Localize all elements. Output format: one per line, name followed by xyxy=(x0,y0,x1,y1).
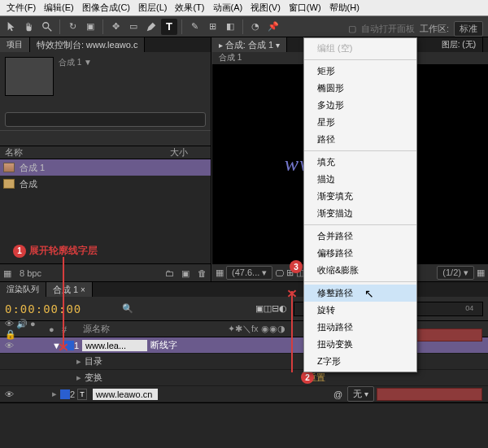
menu-effect[interactable]: 效果(T) xyxy=(172,0,207,15)
viewer-opt-2[interactable]: ⊞ xyxy=(286,267,294,278)
layer-index: 2 xyxy=(70,389,75,399)
tl-switch-2[interactable]: ◫ xyxy=(264,303,272,314)
search-input[interactable] xyxy=(5,112,206,127)
twirl-icon[interactable]: ▸ xyxy=(76,372,81,383)
current-timecode[interactable]: 0:00:00:00 xyxy=(5,302,81,315)
ctx-gradstroke[interactable]: 渐变描边 xyxy=(304,205,416,222)
color-chip[interactable] xyxy=(60,389,70,399)
menu-edit[interactable]: 编辑(E) xyxy=(41,0,77,15)
ctx-ellipse[interactable]: 椭圆形 xyxy=(304,80,416,97)
composition-icon xyxy=(3,163,15,172)
layer-tab[interactable]: 图层: (无) xyxy=(435,37,483,52)
ctx-twist[interactable]: 旋转 xyxy=(304,302,416,319)
layer-clip[interactable] xyxy=(377,388,482,401)
camera-tool[interactable]: ▣ xyxy=(82,19,98,35)
visibility-toggle[interactable]: 👁 xyxy=(5,389,14,399)
ctx-star[interactable]: 星形 xyxy=(304,114,416,131)
source-name-header[interactable]: 源名称 xyxy=(80,323,228,335)
zoom-dropdown[interactable]: (47.6... ▾ xyxy=(226,266,272,280)
puppet-tool[interactable]: 📌 xyxy=(265,19,281,35)
bpc-toggle[interactable]: 8 bpc xyxy=(20,268,41,278)
menu-view[interactable]: 视图(V) xyxy=(247,0,284,15)
workspace-dropdown[interactable]: 标准 xyxy=(454,21,483,37)
hand-tool[interactable] xyxy=(21,19,37,35)
ctx-polygon[interactable]: 多边形 xyxy=(304,97,416,114)
ctx-gradfill[interactable]: 渐变填充 xyxy=(304,188,416,205)
col-name[interactable]: 名称 xyxy=(0,146,170,159)
tl-switch-4[interactable]: ◐ xyxy=(279,303,287,314)
annotation-arrow-2 xyxy=(291,291,293,372)
ctx-pucker[interactable]: 收缩&膨胀 xyxy=(304,262,416,279)
viewer-opt-4[interactable]: ▦ xyxy=(477,267,485,278)
menu-file[interactable]: 文件(F) xyxy=(3,0,39,15)
reset-link[interactable]: 重置 xyxy=(307,372,325,384)
svg-point-0 xyxy=(43,22,49,28)
menu-bar: 文件(F) 编辑(E) 图像合成(C) 图层(L) 效果(T) 动画(A) 视图… xyxy=(0,0,488,16)
project-item-label: 合成 xyxy=(20,178,37,190)
layer-name-field[interactable]: www.lea... xyxy=(82,340,147,351)
layer-name-field[interactable]: www.leawo.cn xyxy=(93,389,158,400)
ctx-wiggle-path[interactable]: 扭动路径 xyxy=(304,319,416,336)
resolution-dropdown[interactable]: (1/2) ▾ xyxy=(437,266,474,280)
anchor-tool[interactable]: ✥ xyxy=(107,19,124,35)
tl-switch-3[interactable]: ⊟ xyxy=(272,303,279,314)
new-folder-icon[interactable]: 🗀 xyxy=(165,268,175,278)
project-item-comp[interactable]: 合成 1 xyxy=(0,159,211,176)
rotate-tool[interactable]: ↻ xyxy=(64,19,81,35)
ctx-stroke[interactable]: 描边 xyxy=(304,171,416,188)
twirl-icon[interactable]: ▸ xyxy=(52,389,57,399)
trash-icon[interactable]: 🗑 xyxy=(198,268,207,278)
workspace-selector: ▢ 自动打开面板 工作区: 标准 xyxy=(348,21,483,37)
ctx-rect[interactable]: 矩形 xyxy=(304,63,416,80)
ctx-offset[interactable]: 偏移路径 xyxy=(304,245,416,262)
layer-suffix: 断线字 xyxy=(150,339,177,351)
selection-tool[interactable] xyxy=(3,19,20,35)
timeline-comp-tab[interactable]: 合成 1 × xyxy=(46,282,93,297)
twirl-icon[interactable]: ▸ xyxy=(76,356,81,367)
stamp-tool[interactable]: ⊞ xyxy=(204,19,220,35)
project-search[interactable] xyxy=(5,112,206,127)
tl-switch-1[interactable]: ▣ xyxy=(255,303,264,314)
visibility-toggle[interactable]: 👁 xyxy=(5,341,14,350)
menu-window[interactable]: 窗口(W) xyxy=(285,0,325,15)
context-menu: 编组 (空) 矩形 椭圆形 多边形 星形 路径 填充 描边 渐变填充 渐变描边 … xyxy=(303,37,417,372)
new-comp-icon[interactable]: ▣ xyxy=(181,268,191,278)
col-size[interactable]: 大小 xyxy=(170,146,211,159)
layer-row-2[interactable]: 👁 ▸ 2 T www.leawo.cn @ 无 ▾ xyxy=(0,386,488,402)
grid-icon[interactable]: ▦ xyxy=(216,267,224,278)
ctx-fill[interactable]: 填充 xyxy=(304,154,416,171)
project-item-folder[interactable]: 合成 xyxy=(0,176,211,192)
search-icon[interactable]: 🔍 xyxy=(122,303,133,314)
rect-tool[interactable]: ▭ xyxy=(125,19,142,35)
comp-tab[interactable]: ▸ 合成: 合成 1 ▾ xyxy=(212,37,287,52)
ctx-wiggle-trans[interactable]: 扭动变换 xyxy=(304,336,416,353)
layer-index: 1 xyxy=(74,341,79,350)
project-list: 合成 1 合成 xyxy=(0,159,211,263)
ctx-merge[interactable]: 合并路径 xyxy=(304,228,416,245)
roto-tool[interactable]: ◔ xyxy=(247,19,264,35)
ctx-trimpaths[interactable]: 修整路径 xyxy=(304,285,416,302)
parent-pick[interactable]: @ xyxy=(333,389,342,399)
parent-dropdown[interactable]: 无 ▾ xyxy=(347,386,374,402)
project-tab[interactable]: 项目 xyxy=(0,37,30,52)
layer-prop-transform[interactable]: ▸ 变换 重置 xyxy=(0,370,488,386)
viewer-opt-1[interactable]: 🖵 xyxy=(275,268,284,278)
ctx-path[interactable]: 路径 xyxy=(304,131,416,148)
menu-layer[interactable]: 图层(L) xyxy=(135,0,170,15)
pen-tool[interactable] xyxy=(143,19,159,35)
workspace-label: 工作区: xyxy=(420,23,449,35)
interpret-icon[interactable]: ▦ xyxy=(3,268,13,278)
eraser-tool[interactable]: ◧ xyxy=(222,19,238,35)
effect-controls-tab[interactable]: 特效控制台: www.leawo.c xyxy=(30,37,145,52)
prop-label: 变换 xyxy=(85,372,102,384)
menu-help[interactable]: 帮助(H) xyxy=(326,0,363,15)
menu-animation[interactable]: 动画(A) xyxy=(210,0,246,15)
brush-tool[interactable]: ✎ xyxy=(186,19,203,35)
ctx-zigzag[interactable]: Z字形 xyxy=(304,353,416,370)
zoom-tool[interactable] xyxy=(39,19,55,35)
menu-composition[interactable]: 图像合成(C) xyxy=(79,0,133,15)
render-queue-tab[interactable]: 渲染队列 xyxy=(0,282,46,297)
cursor-icon: ↖ xyxy=(364,287,374,300)
project-filter-row[interactable] xyxy=(0,130,211,146)
type-tool[interactable]: T xyxy=(161,19,177,35)
